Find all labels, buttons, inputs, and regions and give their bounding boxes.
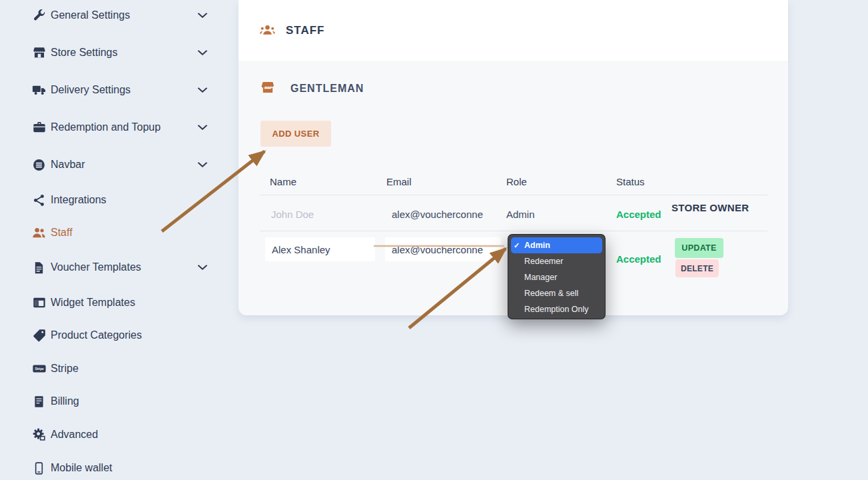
staff-email-input[interactable] — [385, 237, 501, 261]
store-name: GENTLEMAN — [290, 83, 364, 95]
briefcase-icon — [31, 120, 47, 135]
role-dropdown-menu: ✓ Admin Redeemer Manager Redeem & sell R… — [508, 234, 606, 319]
sidebar-item-label: Mobile wallet — [51, 462, 112, 474]
share-icon — [31, 193, 47, 208]
role-option-label: Admin — [524, 241, 550, 250]
tag-icon — [31, 328, 47, 343]
update-button[interactable]: UPDATE — [675, 238, 723, 258]
sidebar-item-staff[interactable]: Staff — [0, 216, 238, 249]
row1-email-cell: alex@voucherconne — [392, 209, 483, 220]
sidebar-item-label: Navbar — [51, 159, 85, 171]
sidebar-item-label: Billing — [51, 395, 79, 407]
role-option-manager[interactable]: Manager — [511, 269, 602, 285]
sidebar-item-label: Stripe — [51, 363, 79, 375]
chevron-down-icon — [198, 50, 207, 55]
settings-sidebar: General Settings Store Settings Delivery… — [0, 0, 238, 480]
check-icon: ✓ — [514, 241, 524, 250]
svg-text:Stripe: Stripe — [35, 367, 43, 371]
role-option-label: Manager — [524, 273, 557, 282]
chevron-down-icon — [198, 125, 207, 130]
billing-receipt-icon — [31, 394, 47, 409]
widget-window-icon — [31, 295, 47, 311]
sidebar-item-label: Store Settings — [51, 47, 118, 59]
sidebar-item-general-settings[interactable]: General Settings — [0, 0, 238, 32]
sidebar-item-redemption-and-topup[interactable]: Redemption and Topup — [0, 111, 238, 144]
store-icon — [31, 45, 47, 61]
role-option-label: Redeemer — [524, 257, 563, 266]
sidebar-item-label: Advanced — [51, 429, 98, 441]
storefront-icon — [260, 79, 276, 95]
sidebar-item-navbar[interactable]: Navbar — [0, 148, 238, 181]
staff-header: STAFF — [238, 0, 788, 61]
staff-users-icon — [31, 225, 47, 241]
add-user-button[interactable]: ADD USER — [260, 121, 331, 147]
mobile-phone-icon — [31, 461, 47, 476]
chevron-down-icon — [198, 265, 207, 270]
column-header-email: Email — [386, 176, 412, 187]
wrench-icon — [31, 8, 47, 23]
delete-button[interactable]: DELETE — [675, 259, 719, 277]
role-option-admin[interactable]: ✓ Admin — [511, 237, 602, 253]
chevron-down-icon — [198, 162, 207, 167]
sidebar-item-label: Widget Templates — [51, 297, 135, 309]
column-header-status: Status — [616, 176, 645, 187]
role-option-redemption-only[interactable]: Redemption Only — [511, 301, 602, 317]
chevron-down-icon — [198, 13, 207, 18]
sidebar-item-product-categories[interactable]: Product Categories — [0, 319, 238, 352]
table-header-divider — [260, 195, 767, 195]
navbar-menu-icon — [31, 157, 47, 173]
column-header-name: Name — [270, 176, 296, 187]
column-header-role: Role — [506, 176, 527, 187]
page-title: STAFF — [286, 24, 325, 37]
row2-status-badge: Accepted — [616, 253, 661, 265]
sidebar-item-mobile-wallet[interactable]: Mobile wallet — [0, 451, 238, 480]
sidebar-item-widget-templates[interactable]: Widget Templates — [0, 286, 238, 319]
sidebar-item-label: Product Categories — [51, 329, 142, 341]
sidebar-item-label: General Settings — [51, 9, 130, 21]
table-row-divider — [260, 231, 767, 231]
sidebar-item-delivery-settings[interactable]: Delivery Settings — [0, 73, 238, 107]
sidebar-item-label: Voucher Templates — [51, 261, 141, 273]
gear-advanced-icon — [31, 427, 47, 443]
stripe-logo-icon: Stripe — [31, 361, 47, 377]
store-section-header: GENTLEMAN — [238, 77, 788, 99]
sidebar-item-billing[interactable]: Billing — [0, 385, 238, 418]
sidebar-item-voucher-templates[interactable]: Voucher Templates — [0, 251, 238, 284]
role-option-label: Redemption Only — [524, 305, 589, 314]
truck-icon — [31, 83, 47, 98]
role-option-redeemer[interactable]: Redeemer — [511, 253, 602, 269]
staff-name-input[interactable] — [265, 237, 375, 261]
role-option-redeem-and-sell[interactable]: Redeem & sell — [511, 285, 602, 301]
staff-settings-page: { "page": { "title": "STAFF" }, "store":… — [0, 0, 868, 480]
chevron-down-icon — [198, 87, 207, 93]
store-owner-label: STORE OWNER — [671, 202, 749, 213]
sidebar-item-label: Integrations — [51, 194, 107, 206]
sidebar-item-label: Delivery Settings — [51, 84, 131, 96]
sidebar-item-label: Redemption and Topup — [51, 121, 161, 133]
sidebar-item-label: Staff — [51, 227, 73, 239]
sidebar-item-integrations[interactable]: Integrations — [0, 183, 238, 217]
document-icon — [31, 260, 47, 275]
sidebar-item-stripe[interactable]: Stripe Stripe — [0, 352, 238, 385]
row1-status-badge: Accepted — [616, 209, 661, 220]
row1-role-cell: Admin — [506, 209, 535, 220]
row1-name-cell: John Doe — [271, 209, 314, 220]
sidebar-item-advanced[interactable]: Advanced — [0, 418, 238, 451]
sidebar-item-store-settings[interactable]: Store Settings — [0, 36, 238, 69]
role-option-label: Redeem & sell — [524, 289, 578, 298]
people-group-icon — [259, 22, 276, 39]
